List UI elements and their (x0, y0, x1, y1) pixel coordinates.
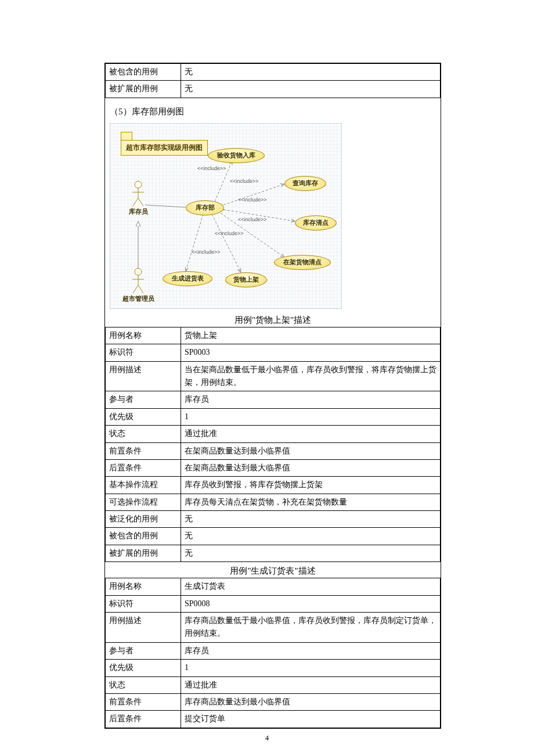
cell-key: 用例名称 (106, 578, 181, 595)
svg-line-16 (133, 285, 138, 293)
cell-val: 库存员收到警报，将库存货物摆上货架 (181, 477, 441, 494)
actor-icon (130, 181, 146, 207)
cell-val: 无 (181, 511, 441, 528)
table-row: 优先级1 (106, 660, 441, 676)
actor-warehouse-staff: 库存员 (127, 181, 150, 216)
table-row: 参与者库存员 (106, 642, 441, 659)
actor-label: 库存员 (127, 207, 150, 216)
cell-key: 用例描述 (106, 361, 181, 391)
include-label: <<include>> (238, 197, 267, 203)
table-row: 用例描述库存商品数量低于最小临界值，库存员收到警报，库存员制定订货单，用例结束。 (106, 613, 441, 643)
document-frame: 被包含的用例 无 被扩展的用例 无 （5）库存部用例图 超市库存部实现级用例图 (104, 63, 441, 729)
table-row: 被包含的用例 无 (106, 64, 441, 81)
cell-key: 前置条件 (106, 693, 181, 710)
actor-market-admin: 超市管理员 (121, 268, 156, 303)
cell-val: SP0003 (181, 344, 441, 361)
table-row: 基本操作流程库存员收到警报，将库存货物摆上货架 (106, 477, 441, 494)
include-label: <<include>> (215, 231, 244, 236)
table-row: 标识符SP0003 (106, 344, 441, 361)
svg-line-17 (138, 285, 143, 293)
table1-caption: 用例"货物上架"描述 (105, 311, 441, 327)
cell-val: 提交订货单 (181, 711, 441, 728)
include-label: <<include>> (238, 217, 267, 222)
cell-val: 库存商品数量达到最小临界值 (181, 693, 441, 710)
usecase-table-1: 用例名称货物上架标识符SP0003用例描述当在架商品数量低于最小临界值，库存员收… (105, 327, 441, 562)
cell-val: 1 (181, 660, 441, 676)
usecase-goods-onshelf: 货物上架 (225, 272, 267, 287)
usecase-shelf-goods-count: 在架货物清点 (274, 255, 331, 270)
cell-key: 被扩展的用例 (106, 81, 181, 98)
cell-val: SP0008 (181, 595, 441, 612)
cell-key: 基本操作流程 (106, 477, 181, 494)
svg-line-6 (186, 214, 203, 271)
usecase-diagram-wrap: 超市库存部实现级用例图 (105, 121, 441, 311)
svg-point-8 (135, 181, 142, 188)
usecase-inspect-goods-in: 验收货物入库 (208, 148, 265, 163)
section-5-heading: （5）库存部用例图 (105, 98, 441, 121)
usecase-gen-purchase-form: 生成进货表 (163, 271, 212, 286)
table2-caption: 用例"生成订货表"描述 (105, 562, 441, 578)
cell-val: 通过批准 (181, 426, 441, 442)
cell-key: 参与者 (106, 642, 181, 659)
cell-val: 无 (181, 528, 441, 545)
cell-val: 库存员 (181, 391, 441, 408)
cell-val: 无 (181, 81, 441, 98)
cell-key: 用例名称 (106, 327, 181, 344)
svg-line-12 (138, 198, 143, 206)
cell-val: 库存员每天清点在架货物，补充在架货物数量 (181, 494, 441, 510)
include-label: <<include>> (230, 178, 259, 184)
cell-key: 被包含的用例 (106, 528, 181, 545)
table-row: 被包含的用例无 (106, 528, 441, 545)
svg-line-11 (133, 198, 138, 206)
cell-key: 可选操作流程 (106, 494, 181, 510)
include-label: <<include>> (192, 249, 221, 255)
table-row: 可选操作流程库存员每天清点在架货物，补充在架货物数量 (106, 494, 441, 510)
page-number: 4 (0, 733, 534, 743)
cell-val: 当在架商品数量低于最小临界值，库存员收到警报，将库存货物摆上货架，用例结束。 (181, 361, 441, 391)
cell-key: 标识符 (106, 595, 181, 612)
usecase-stock-count: 库存清点 (295, 215, 337, 231)
table-row: 状态通过批准 (106, 676, 441, 693)
cell-val: 库存商品数量低于最小临界值，库存员收到警报，库存员制定订货单，用例结束。 (181, 613, 441, 643)
cell-val: 1 (181, 408, 441, 425)
actor-label: 超市管理员 (121, 294, 156, 303)
cell-val: 生成订货表 (181, 578, 441, 595)
table-row: 后置条件在架商品数量达到最大临界值 (106, 459, 441, 476)
cell-val: 货物上架 (181, 327, 441, 344)
table-row: 前置条件在架商品数量达到最小临界值 (106, 442, 441, 459)
actor-icon (130, 268, 146, 294)
svg-line-5 (212, 214, 241, 272)
table-row: 被泛化的用例无 (106, 511, 441, 528)
table-row: 前置条件库存商品数量达到最小临界值 (106, 693, 441, 710)
top-fragment-table: 被包含的用例 无 被扩展的用例 无 (105, 63, 441, 98)
cell-key: 优先级 (106, 408, 181, 425)
table-row: 状态通过批准 (106, 426, 441, 442)
table-row: 被扩展的用例 无 (106, 81, 441, 98)
cell-key: 状态 (106, 426, 181, 442)
cell-val: 库存员 (181, 642, 441, 659)
cell-val: 无 (181, 64, 441, 81)
table-row: 用例描述当在架商品数量低于最小临界值，库存员收到警报，将库存货物摆上货架，用例结… (106, 361, 441, 391)
svg-point-13 (135, 268, 142, 275)
cell-key: 后置条件 (106, 711, 181, 728)
include-label: <<include>> (197, 165, 226, 171)
table-row: 优先级1 (106, 408, 441, 425)
table-row: 用例名称货物上架 (106, 327, 441, 344)
cell-key: 状态 (106, 676, 181, 693)
cell-key: 前置条件 (106, 442, 181, 459)
cell-key: 用例描述 (106, 613, 181, 643)
cell-key: 标识符 (106, 344, 181, 361)
table-row: 后置条件提交订货单 (106, 711, 441, 728)
table-row: 被扩展的用例无 (106, 545, 441, 561)
table-row: 标识符SP0008 (106, 595, 441, 612)
cell-key: 后置条件 (106, 459, 181, 476)
table-row: 用例名称生成订货表 (106, 578, 441, 595)
usecase-query-stock: 查询库存 (284, 176, 326, 191)
cell-val: 在架商品数量达到最大临界值 (181, 459, 441, 476)
usecase-inventory-dept: 库存部 (186, 200, 224, 215)
svg-line-0 (145, 205, 186, 207)
cell-val: 通过批准 (181, 676, 441, 693)
table-row: 参与者库存员 (106, 391, 441, 408)
usecase-diagram: 超市库存部实现级用例图 (110, 123, 342, 309)
cell-val: 在架商品数量达到最小临界值 (181, 442, 441, 459)
